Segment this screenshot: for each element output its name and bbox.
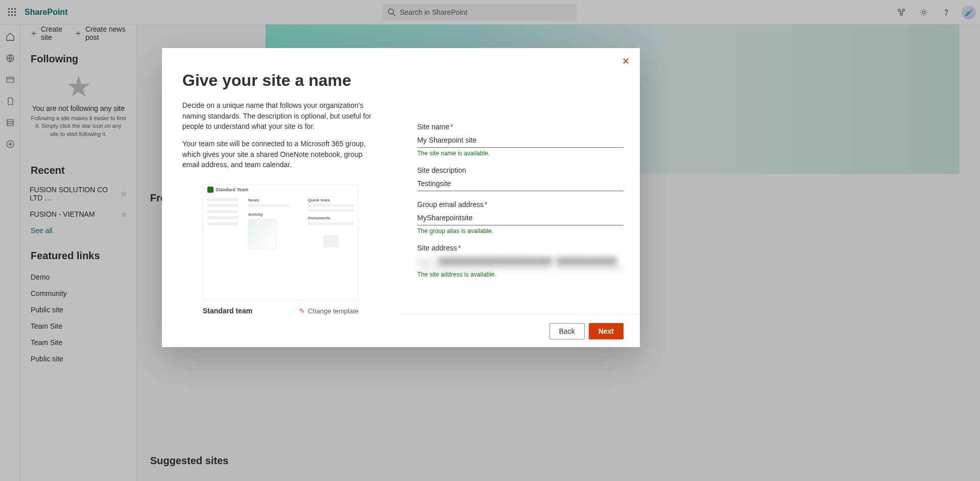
site-address-prefix	[417, 255, 552, 269]
site-address-input[interactable]	[556, 255, 624, 269]
group-email-input[interactable]	[417, 212, 624, 225]
site-description-input[interactable]	[417, 177, 624, 191]
site-name-validation: The site name is available.	[417, 150, 624, 157]
group-email-validation: The group alias is available.	[417, 227, 624, 235]
template-name-label: Standard team	[203, 307, 252, 315]
site-name-label: Site name*	[417, 123, 624, 131]
modal-title: Give your site a name	[182, 71, 380, 90]
site-name-input[interactable]	[417, 134, 624, 148]
site-address-label: Site address*	[417, 244, 624, 252]
modal-footer: Back Next	[401, 314, 640, 347]
modal-description-2: Your team site will be connected to a Mi…	[182, 139, 380, 170]
back-button[interactable]: Back	[549, 323, 585, 339]
next-button[interactable]: Next	[589, 323, 624, 339]
change-template-label: Change template	[308, 307, 358, 315]
site-address-validation: The site address is available.	[417, 271, 624, 278]
group-email-label: Group email address*	[417, 200, 624, 209]
template-preview: Standard Team News Activity Quick links	[203, 184, 358, 301]
close-icon[interactable]: ✕	[618, 54, 633, 68]
create-site-modal: Give your site a name Decide on a unique…	[162, 48, 640, 347]
pencil-icon: ✎	[299, 307, 305, 315]
site-description-label: Site description	[417, 166, 624, 174]
modal-description-1: Decide on a unique name that follows you…	[182, 100, 380, 131]
change-template-link[interactable]: ✎ Change template	[299, 307, 358, 315]
